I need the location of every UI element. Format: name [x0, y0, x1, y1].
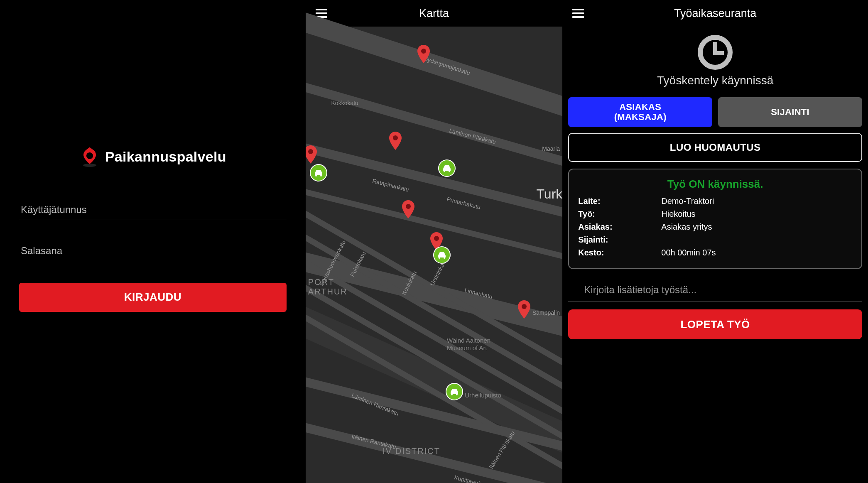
svg-point-9: [320, 175, 322, 177]
street-label: Itäinen Pitkäkatu: [488, 430, 516, 470]
status-card: Työ ON käynnissä. Laite: Demo-Traktori T…: [568, 169, 862, 269]
row-label: Kesto:: [578, 248, 661, 257]
svg-point-11: [444, 170, 445, 172]
row-value: 00h 00min 07s: [661, 248, 852, 257]
row-value: [661, 235, 852, 245]
status-card-title: Työ ON käynnissä.: [578, 178, 852, 191]
password-field-wrap: [19, 242, 287, 261]
status-header: Työskentely käynnissä: [568, 34, 862, 87]
svg-point-14: [439, 257, 440, 259]
row-value: Hiekoitus: [661, 209, 852, 219]
login-form: Paikannuspalvelu KIRJAUDU: [0, 0, 306, 483]
password-input[interactable]: [19, 242, 287, 261]
map-title: Kartta: [306, 7, 563, 20]
map-pin-icon[interactable]: [417, 45, 431, 63]
district-label: IV DISTRICT: [383, 446, 440, 456]
segmented-control: ASIAKAS (MAKSAJA) SIJAINTI: [568, 97, 862, 127]
svg-point-17: [451, 394, 453, 395]
map-pin-icon[interactable]: [517, 300, 531, 319]
car-marker-icon[interactable]: [446, 383, 463, 400]
map-pin-icon[interactable]: [306, 145, 318, 164]
row-location: Sijainti:: [578, 233, 852, 246]
row-label: Asiakas:: [578, 222, 661, 232]
map-canvas[interactable]: Köydenpunojankatu Kokkokatu Läntinen Pit…: [306, 27, 563, 483]
brand-name: Paikannuspalvelu: [105, 149, 226, 165]
tab-location[interactable]: SIJAINTI: [718, 97, 862, 127]
map-appbar: Kartta: [306, 0, 563, 27]
street-label: Puutarhakatu: [446, 196, 481, 211]
svg-point-4: [406, 204, 411, 209]
menu-icon: [316, 12, 327, 14]
svg-point-3: [308, 149, 313, 154]
row-label: Työ:: [578, 209, 661, 219]
street-label: Kokkokatu: [331, 100, 358, 106]
map-pin-icon[interactable]: [401, 200, 415, 218]
menu-icon: [572, 12, 584, 14]
district-label: PORT ARTHUR: [308, 277, 348, 297]
poi-line: Museum of Art: [447, 344, 490, 351]
svg-point-1: [421, 49, 426, 54]
street-label: Ratapihankatu: [372, 177, 409, 193]
map-pin-icon[interactable]: [388, 132, 402, 150]
car-marker-icon[interactable]: [438, 159, 456, 177]
tracking-screen: Työaikaseuranta Työskentely käynnissä AS…: [562, 0, 868, 483]
tab-customer[interactable]: ASIAKAS (MAKSAJA): [568, 97, 712, 127]
menu-button[interactable]: [568, 3, 588, 23]
row-value: Demo-Traktori: [661, 196, 852, 206]
svg-point-0: [83, 164, 96, 167]
street-label: Samppalin: [532, 309, 560, 316]
car-marker-icon[interactable]: [310, 164, 327, 181]
tab-customer-line1: ASIAKAS: [619, 102, 661, 112]
username-field-wrap: [19, 201, 287, 220]
username-input[interactable]: [19, 201, 287, 220]
district-line: ARTHUR: [308, 287, 348, 297]
row-duration: Kesto: 00h 00min 07s: [578, 246, 852, 259]
poi-line: Wäinö Aaltonen: [447, 337, 490, 344]
poi-label: Wäinö Aaltonen Museum of Art: [447, 337, 490, 351]
login-screen: Paikannuspalvelu KIRJAUDU: [0, 0, 306, 483]
row-value: Asiakas yritys: [661, 222, 852, 232]
notes-input[interactable]: [568, 280, 862, 302]
brand-logo-icon: [79, 147, 100, 167]
create-note-button[interactable]: LUO HUOMAUTUS: [568, 133, 862, 162]
status-caption: Työskentely käynnissä: [657, 74, 773, 87]
city-label: Turk: [536, 186, 562, 202]
row-work: Työ: Hiekoitus: [578, 208, 852, 221]
brand: Paikannuspalvelu: [79, 147, 226, 167]
street-label: Maaria: [542, 145, 560, 152]
svg-point-15: [444, 257, 445, 259]
svg-point-5: [434, 236, 439, 241]
svg-point-2: [393, 135, 398, 140]
poi-label: Urheilupuisto: [465, 392, 501, 399]
svg-point-12: [449, 170, 450, 172]
district-line: PORT: [308, 277, 348, 287]
login-button[interactable]: KIRJAUDU: [19, 283, 287, 312]
svg-point-6: [522, 304, 527, 309]
tracking-appbar: Työaikaseuranta: [562, 0, 868, 27]
stop-work-button[interactable]: LOPETA TYÖ: [568, 309, 862, 339]
clock-icon: [697, 34, 733, 71]
svg-point-8: [315, 175, 317, 177]
tracking-content: Työskentely käynnissä ASIAKAS (MAKSAJA) …: [562, 27, 868, 483]
row-label: Laite:: [578, 196, 661, 206]
row-label: Sijainti:: [578, 235, 661, 245]
row-customer: Asiakas: Asiakas yritys: [578, 221, 852, 233]
tab-customer-line2: (MAKSAJA): [614, 112, 667, 122]
map-screen: Kartta Köydenpunojankatu Kokkokatu Länti…: [306, 0, 563, 483]
tracking-title: Työaikaseuranta: [562, 7, 868, 20]
row-device: Laite: Demo-Traktori: [578, 195, 852, 208]
svg-point-18: [456, 394, 458, 395]
car-marker-icon[interactable]: [433, 246, 451, 264]
